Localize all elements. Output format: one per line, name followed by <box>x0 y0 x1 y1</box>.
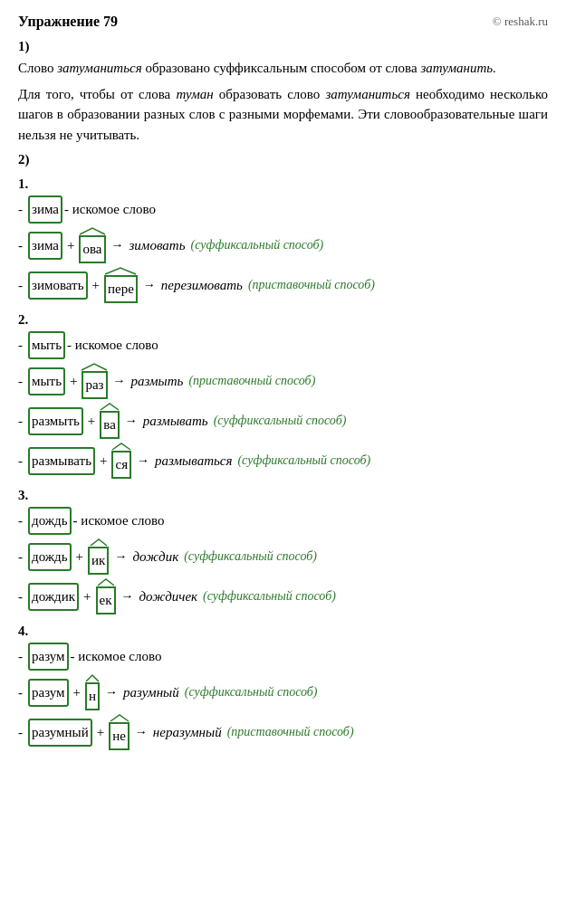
result-razumny: разумный <box>123 681 179 705</box>
line-4c: - разумный + не → неразумный (приставочн… <box>18 714 548 750</box>
line-2a: - мыть - искомое слово <box>18 331 548 359</box>
note-2d: (суффиксальный способ) <box>237 449 370 472</box>
note-2a: - искомое слово <box>67 333 158 357</box>
page-title: Упражнение 79 <box>18 14 118 30</box>
line-3b: - дождь + ик → дождик (суффиксальный спо… <box>18 538 548 575</box>
root-razum: разум <box>28 643 69 671</box>
sub3-label: 3. <box>18 488 548 503</box>
result-razmyvatsya: размываться <box>155 449 232 473</box>
suffix-n: н <box>85 674 100 710</box>
prefix-pere: пере <box>104 267 138 303</box>
note-3b: (суффиксальный способ) <box>184 545 317 567</box>
suffix-sya: ся <box>111 443 131 479</box>
part1-paragraph1: Слово затуманиться образовано суффиксаль… <box>18 58 548 79</box>
root-dozhd: дождь <box>28 507 72 535</box>
root-zima: зима <box>28 195 62 224</box>
sub2-label: 2. <box>18 312 548 328</box>
line-1a: - зима - искомое слово <box>18 195 548 224</box>
line-2b: - мыть + раз → размыть (приставочный спо… <box>18 363 548 399</box>
part1-number: 1) <box>18 39 548 54</box>
note-3a: - искомое слово <box>73 509 165 533</box>
root-dozhd2: дождь <box>28 543 72 571</box>
suffix-ik: ик <box>88 538 109 575</box>
root-dozhdik: дождик <box>28 583 79 611</box>
site-label: © reshak.ru <box>493 14 548 29</box>
suffix-ova: ова <box>79 227 105 263</box>
note-4a: - искомое слово <box>71 644 162 669</box>
result-razmyt: размыть <box>131 369 184 394</box>
note-1c: (приставочный способ) <box>248 273 375 296</box>
note-4c: (приставочный способ) <box>227 720 354 743</box>
root-zima2: зима <box>28 232 62 260</box>
line-1c: - зимовать + пере → перезимовать (приста… <box>18 267 548 303</box>
root-myt2: мыть <box>28 367 65 395</box>
root-myt: мыть <box>28 331 65 359</box>
sub1-label: 1. <box>18 176 548 192</box>
line-3c: - дождик + ек → дождичек (суффиксальный … <box>18 578 548 614</box>
note-2c: (суффиксальный способ) <box>214 409 347 432</box>
line-4b: - разум + н → разумный (суффиксальный сп… <box>18 674 548 710</box>
line-3a: - дождь - искомое слово <box>18 507 548 535</box>
note-3c: (суффиксальный способ) <box>203 585 336 607</box>
note-1a: - искомое слово <box>64 197 156 222</box>
result-razmyvat: размывать <box>143 409 208 433</box>
suffix-va: ва <box>100 403 120 439</box>
suffix-ek: ек <box>96 578 116 614</box>
note-2b: (приставочный способ) <box>188 369 315 392</box>
prefix-raz: раз <box>82 363 107 399</box>
sub4-label: 4. <box>18 624 548 639</box>
part2-number: 2) <box>18 152 548 167</box>
note-1b: (суффиксальный способ) <box>191 233 324 256</box>
result-perezimovat: перезимовать <box>161 273 243 298</box>
part1-paragraph2: Для того, чтобы от слова туман образоват… <box>18 84 548 146</box>
root-razmyt: размыть <box>28 407 83 435</box>
prefix-ne: не <box>109 714 130 750</box>
result-dozhdik: дождик <box>132 545 178 569</box>
root-razmyvat: размывать <box>28 447 95 475</box>
line-2c: - размыть + ва → размывать (суффиксальны… <box>18 403 548 439</box>
result-dozhdichek: дождичек <box>139 585 198 609</box>
result-nerazumny: неразумный <box>153 720 222 745</box>
result-zimovat: зимовать <box>130 233 186 258</box>
root-razumny: разумный <box>28 719 92 747</box>
root-razum2: разум <box>28 679 69 707</box>
line-2d: - размывать + ся → размываться (суффикса… <box>18 443 548 479</box>
note-4b: (суффиксальный способ) <box>185 681 318 703</box>
root-zimovat: зимовать <box>28 271 88 300</box>
line-1b: - зима + ова → зимовать (суффиксальный с… <box>18 227 548 263</box>
line-4a: - разум - искомое слово <box>18 643 548 671</box>
